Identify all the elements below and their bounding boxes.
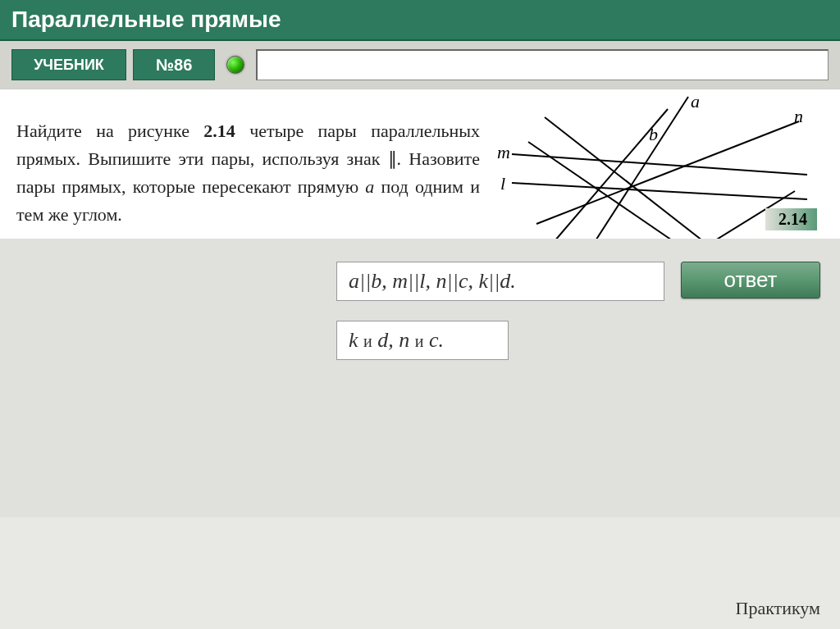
answer-fragment: m||l,: [387, 269, 431, 293]
label-m: m: [497, 142, 510, 162]
problem-number-button[interactable]: №86: [133, 49, 215, 80]
answer-fragment: c.: [423, 328, 444, 352]
answer-fragment: k||d.: [473, 269, 516, 293]
answer-box-2: k и d, n и c.: [336, 321, 509, 360]
figure-number-label: 2.14: [765, 208, 817, 230]
answer-fragment: k: [349, 328, 363, 352]
answer-fragment: d, n: [372, 328, 415, 352]
svg-line-2: [512, 154, 807, 175]
figure-reference: 2.14: [203, 121, 235, 141]
problem-text: Найдите на рисунке 2.14 четыре пары пара…: [16, 109, 480, 229]
status-indicator-icon[interactable]: [226, 56, 244, 74]
page-title: Параллельные прямые: [11, 7, 281, 33]
svg-line-3: [512, 183, 807, 199]
answer-area: a||b, m||l, n||c, k||d. k и d, n и c. от…: [0, 239, 840, 517]
answer-fragment: a||b,: [349, 269, 387, 293]
textbook-button[interactable]: УЧЕБНИК: [11, 49, 126, 80]
page-header: Параллельные прямые: [0, 0, 840, 41]
variable-a: a: [365, 176, 374, 197]
figure-area: a b m l n k c d 2.14: [496, 109, 824, 229]
text-fragment: Найдите на рисунке: [16, 121, 203, 141]
search-input[interactable]: [256, 49, 829, 80]
answer-box-1: a||b, m||l, n||c, k||d.: [336, 262, 664, 301]
label-l: l: [500, 173, 505, 194]
toolbar: УЧЕБНИК №86: [0, 41, 840, 89]
footer-label: Практикум: [736, 598, 820, 619]
svg-line-4: [536, 121, 799, 224]
label-n: n: [794, 106, 803, 126]
answer-fragment: n||c,: [431, 269, 473, 293]
label-a: a: [691, 93, 700, 112]
answer-button[interactable]: ответ: [681, 262, 820, 299]
label-b: b: [649, 124, 658, 144]
and-word: и: [415, 332, 424, 350]
problem-content: Найдите на рисунке 2.14 четыре пары пара…: [0, 89, 840, 239]
and-word: и: [363, 332, 372, 350]
